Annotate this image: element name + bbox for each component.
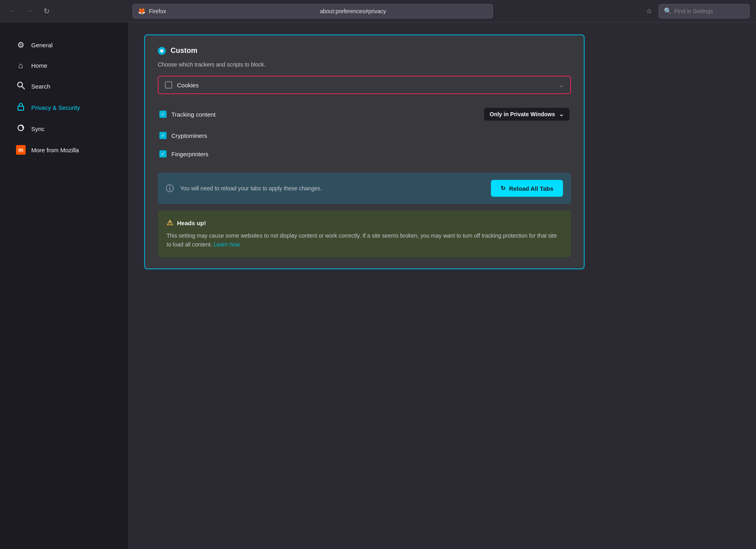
cryptominers-row: ✓ Cryptominers xyxy=(158,126,571,145)
reload-page-button[interactable]: ↻ xyxy=(40,5,53,18)
sidebar-item-home[interactable]: ⌂ Home xyxy=(0,55,128,76)
info-circle-icon: ⓘ xyxy=(166,183,174,194)
warning-header: ⚠ Heads up! xyxy=(167,218,562,227)
reload-label: Reload All Tabs xyxy=(509,185,553,192)
tracking-content-row: ✓ Tracking content Only in Private Windo… xyxy=(158,102,571,126)
search-icon: 🔍 xyxy=(664,7,672,15)
gear-icon: ⚙ xyxy=(16,40,26,50)
custom-radio[interactable] xyxy=(158,47,166,55)
sidebar-item-search[interactable]: Search xyxy=(0,76,128,97)
search-nav-icon xyxy=(16,81,26,91)
fingerprinters-label: Fingerprinters xyxy=(171,151,569,157)
sidebar-item-sync[interactable]: Sync xyxy=(0,118,128,139)
nav-buttons: ← → ↻ xyxy=(6,5,53,18)
content-area: Custom Choose which trackers and scripts… xyxy=(128,22,756,549)
reload-icon: ↻ xyxy=(501,185,506,192)
svg-rect-2 xyxy=(18,106,24,110)
warning-triangle-icon: ⚠ xyxy=(167,218,173,227)
tracking-dropdown-value: Only in Private Windows xyxy=(490,111,555,117)
cookies-checkbox[interactable] xyxy=(165,81,172,89)
firefox-icon: 🦊 xyxy=(138,7,146,15)
warning-text: This setting may cause some websites to … xyxy=(167,231,562,249)
sidebar-label-privacy: Privacy & Security xyxy=(31,104,80,111)
tracking-dropdown-arrow: ⌄ xyxy=(559,111,564,117)
address-bar[interactable]: 🦊 Firefox about:preferences#privacy xyxy=(133,4,493,18)
svg-line-1 xyxy=(22,87,24,89)
tracking-content-label: Tracking content xyxy=(171,111,484,118)
sidebar: ⚙ General ⌂ Home Search Privacy xyxy=(0,22,128,549)
main-layout: ⚙ General ⌂ Home Search Privacy xyxy=(0,22,756,549)
sidebar-item-general[interactable]: ⚙ General xyxy=(0,34,128,55)
custom-header: Custom xyxy=(158,46,571,55)
sidebar-label-general: General xyxy=(31,42,52,48)
sync-icon xyxy=(16,124,26,134)
back-button[interactable]: ← xyxy=(6,5,19,18)
tracking-content-dropdown[interactable]: Only in Private Windows ⌄ xyxy=(484,108,569,121)
find-settings-input[interactable] xyxy=(674,8,744,14)
lock-icon xyxy=(16,103,26,113)
custom-panel: Custom Choose which trackers and scripts… xyxy=(144,34,585,269)
svg-point-0 xyxy=(18,82,22,87)
cookies-row[interactable]: Cookies ⌄ xyxy=(158,76,571,94)
sidebar-label-mozilla: More from Mozilla xyxy=(31,147,79,153)
custom-subtitle: Choose which trackers and scripts to blo… xyxy=(158,61,571,68)
cryptominers-checkbox[interactable]: ✓ xyxy=(159,132,167,139)
find-settings-bar[interactable]: 🔍 xyxy=(659,4,750,18)
cookies-dropdown-arrow: ⌄ xyxy=(559,82,564,88)
address-url: about:preferences#privacy xyxy=(320,8,488,14)
sidebar-item-mozilla[interactable]: m More from Mozilla xyxy=(0,139,128,160)
sidebar-label-search: Search xyxy=(31,83,50,90)
info-banner: ⓘ You will need to reload your tabs to a… xyxy=(158,173,571,204)
learn-how-link[interactable]: Learn how xyxy=(214,241,240,248)
fingerprinters-checkbox[interactable]: ✓ xyxy=(159,150,167,157)
cookies-label: Cookies xyxy=(177,82,559,89)
warning-banner: ⚠ Heads up! This setting may cause some … xyxy=(158,210,571,257)
bookmark-button[interactable]: ☆ xyxy=(646,7,652,16)
fingerprinters-row: ✓ Fingerprinters xyxy=(158,145,571,163)
mozilla-icon: m xyxy=(16,145,26,155)
info-banner-text: You will need to reload your tabs to app… xyxy=(180,184,485,193)
browser-name: Firefox xyxy=(149,8,317,14)
home-icon: ⌂ xyxy=(16,61,26,70)
warning-title: Heads up! xyxy=(177,220,206,226)
browser-chrome: ← → ↻ 🦊 Firefox about:preferences#privac… xyxy=(0,0,756,22)
custom-title: Custom xyxy=(171,46,197,55)
reload-all-tabs-button[interactable]: ↻ Reload All Tabs xyxy=(491,180,563,197)
sidebar-item-privacy[interactable]: Privacy & Security xyxy=(0,97,128,118)
forward-button[interactable]: → xyxy=(23,5,36,18)
sidebar-label-home: Home xyxy=(31,62,47,69)
tracking-content-checkbox[interactable]: ✓ xyxy=(159,111,167,118)
sidebar-label-sync: Sync xyxy=(31,125,44,132)
cryptominers-label: Cryptominers xyxy=(171,132,569,139)
